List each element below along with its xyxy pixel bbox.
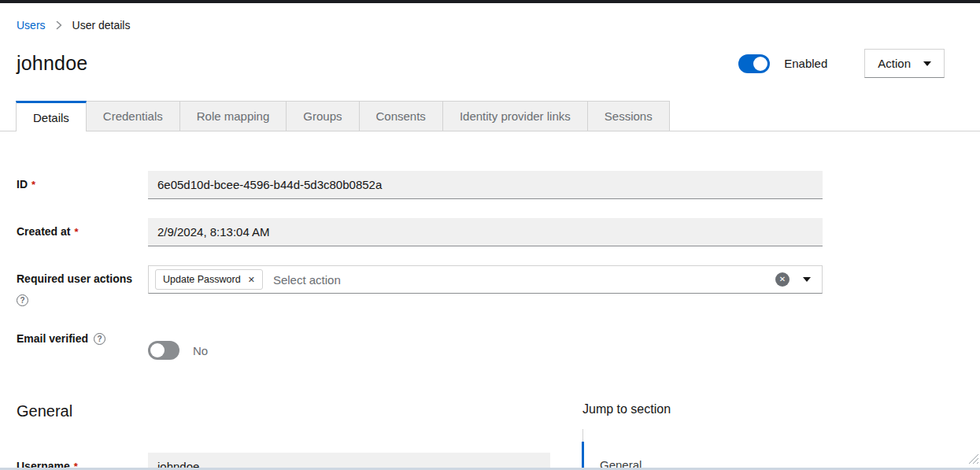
- id-field-label: ID*: [17, 171, 148, 199]
- tab-role-mapping[interactable]: Role mapping: [180, 101, 287, 131]
- label-text: Email verified: [17, 332, 88, 346]
- caret-down-icon[interactable]: [803, 277, 811, 282]
- general-section-row: General Username* Jump to section Genera…: [17, 402, 980, 470]
- resize-grip-icon[interactable]: [967, 453, 979, 468]
- email-verified-row: Email verified ? No: [17, 325, 823, 365]
- select-action-input[interactable]: [263, 273, 775, 287]
- id-input[interactable]: [148, 171, 823, 199]
- details-panel: ID* Created at* Required user actions ?: [0, 171, 980, 470]
- jump-link-general[interactable]: General: [582, 442, 952, 470]
- general-section: General Username*: [17, 402, 550, 470]
- times-circle-icon[interactable]: ✕: [775, 272, 790, 287]
- email-verified-label: Email verified ?: [17, 325, 148, 365]
- tab-groups[interactable]: Groups: [287, 101, 359, 131]
- id-field-row: ID*: [17, 171, 823, 199]
- email-verified-toggle[interactable]: [148, 341, 179, 360]
- enabled-toggle-label: Enabled: [784, 57, 827, 70]
- toggle-knob: [150, 343, 165, 357]
- email-verified-cell: No: [148, 325, 823, 365]
- required-user-actions-cell: Update Password ✕ ✕: [148, 265, 823, 306]
- caret-down-icon: [923, 61, 931, 66]
- chip-label: Update Password: [163, 274, 241, 285]
- action-dropdown-label: Action: [878, 57, 911, 70]
- id-field-cell: [148, 171, 823, 199]
- jump-to-section-nav: Jump to section General: [582, 402, 952, 470]
- masthead-edge: [0, 0, 980, 3]
- page-header: johndoe Enabled Action: [17, 49, 945, 78]
- tab-details[interactable]: Details: [16, 101, 87, 131]
- chevron-right-icon: [55, 20, 63, 30]
- jump-link-list: General: [582, 429, 952, 470]
- required-user-actions-multiselect: Update Password ✕ ✕: [148, 265, 823, 294]
- times-icon[interactable]: ✕: [248, 276, 255, 284]
- breadcrumb-users-link[interactable]: Users: [17, 19, 46, 31]
- label-text: Required user actions: [17, 272, 132, 285]
- header-controls: Enabled Action: [738, 49, 945, 78]
- toggle-knob: [753, 57, 767, 71]
- tab-credentials[interactable]: Credentials: [87, 101, 180, 131]
- required-indicator: *: [74, 226, 78, 238]
- breadcrumb-current: User details: [72, 19, 131, 31]
- label-text: ID: [17, 178, 28, 191]
- created-at-field-label: Created at*: [17, 218, 148, 246]
- tab-bar: Details Credentials Role mapping Groups …: [0, 101, 980, 131]
- tab-consents[interactable]: Consents: [360, 101, 443, 131]
- breadcrumb: Users User details: [17, 19, 980, 31]
- jump-to-section-title: Jump to section: [582, 402, 952, 416]
- created-at-field-cell: [148, 218, 823, 246]
- question-circle-icon[interactable]: ?: [94, 333, 105, 345]
- tab-sessions[interactable]: Sessions: [588, 101, 670, 131]
- enabled-toggle[interactable]: [738, 54, 770, 73]
- action-dropdown-button[interactable]: Action: [864, 49, 945, 78]
- required-user-actions-row: Required user actions ? Update Password …: [17, 265, 823, 306]
- question-circle-icon[interactable]: ?: [17, 294, 28, 306]
- required-user-actions-label: Required user actions ?: [17, 265, 148, 306]
- page-title: johndoe: [17, 52, 87, 75]
- chip-update-password: Update Password ✕: [155, 269, 263, 290]
- label-text: Created at: [17, 225, 70, 238]
- tab-identity-provider-links[interactable]: Identity provider links: [443, 101, 588, 131]
- created-at-field-row: Created at*: [17, 218, 823, 246]
- general-section-heading: General: [17, 402, 550, 420]
- email-verified-state-label: No: [193, 344, 208, 357]
- created-at-input[interactable]: [148, 218, 823, 246]
- user-details-form: ID* Created at* Required user actions ?: [17, 171, 823, 365]
- required-indicator: *: [31, 179, 35, 191]
